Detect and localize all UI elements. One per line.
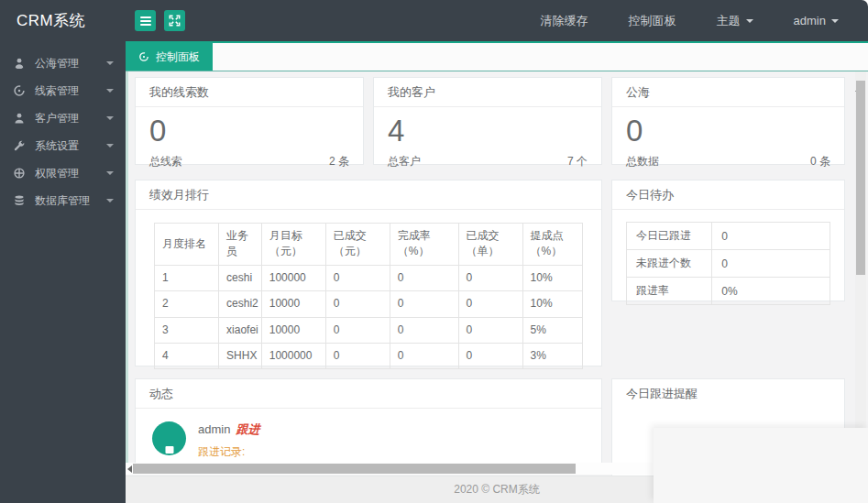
caret-down-icon [106,89,114,93]
table-cell: 4 [155,343,219,368]
tab-label: 控制面板 [156,49,200,65]
wrench-icon [12,138,27,153]
app-logo: CRM系统 [0,10,126,31]
caret-down-icon [106,199,114,202]
stat-metric: 7 个 [567,154,588,169]
stat-label: 总线索 [149,154,182,169]
sidebar-item-database[interactable]: 数据库管理 [0,187,126,214]
stat-card-public-sea: 公海 0 总数据 0 条 [611,77,845,165]
fullscreen-button[interactable] [164,10,185,31]
panel-title: 动态 [136,379,601,409]
table-cell: 0% [712,278,830,305]
theme-dropdown-label: 主题 [717,13,741,29]
column-header: 业务员 [219,224,262,266]
caret-down-icon [831,19,839,23]
caret-down-icon [106,144,114,148]
clear-cache-link[interactable]: 清除缓存 [541,13,588,29]
table-cell: 0 [390,317,458,343]
table-cell: SHHX [219,343,262,368]
user-dropdown[interactable]: admin [794,14,839,27]
panel-title: 绩效月排行 [136,180,601,210]
table-cell: 未跟进个数 [627,250,712,278]
content-edge-strip [126,71,128,464]
stat-label: 总客户 [388,154,421,169]
horizontal-scrollbar-thumb[interactable] [133,464,576,474]
scroll-left-icon[interactable] [127,465,132,473]
sidebar-item-label: 客户管理 [35,111,79,126]
table-cell: 0 [325,317,390,343]
table-cell: 0 [390,343,458,368]
table-cell: 0 [712,223,830,250]
table-cell: 10% [522,291,582,317]
table-cell: 2 [155,291,219,317]
table-cell: 0 [325,343,390,368]
table-cell: 1 [155,265,219,290]
column-header: 月度排名 [155,224,219,266]
caret-down-icon [106,116,114,120]
sidebar-item-customers[interactable]: 客户管理 [0,104,126,132]
sidebar-item-permissions[interactable]: 权限管理 [0,159,126,187]
tab-bar: 控制面板 [126,41,868,71]
tab-control-panel[interactable]: 控制面板 [126,43,213,71]
sidebar-item-leads[interactable]: 线索管理 [0,77,126,104]
dashboard-icon [138,51,149,62]
sidebar-item-label: 系统设置 [35,138,79,154]
table-row: 4SHHX10000000003% [155,343,583,368]
globe-icon [12,166,27,180]
todo-table: 今日已跟进0未跟进个数0跟进率0% [626,222,830,305]
compass-icon [12,83,27,98]
sidebar: 公海管理 线索管理 客户管理 系统设置 [0,41,126,503]
sidebar-toggle-button[interactable] [135,10,156,31]
table-cell: 0 [458,291,522,317]
table-row: 今日已跟进0 [627,223,830,250]
stat-value: 0 [136,107,363,148]
control-panel-link[interactable]: 控制面板 [629,13,676,29]
horizontal-scrollbar[interactable] [126,463,653,475]
sidebar-item-label: 权限管理 [35,166,79,181]
table-row: 未跟进个数0 [627,250,830,278]
caret-down-icon [106,171,114,175]
top-navbar: CRM系统 清除缓存 控制面板 主题 admin [0,0,868,41]
activity-record-label: 跟进记录: [198,444,355,460]
fullscreen-icon [169,15,181,27]
table-cell: 3 [155,317,219,343]
table-cell: 10000 [261,291,325,317]
table-cell: 3% [522,343,582,368]
sidebar-item-label: 线索管理 [35,83,79,99]
stat-card-customers: 我的客户 4 总客户 7 个 [373,77,602,165]
table-row: 2ceshi21000000010% [155,291,583,317]
activity-action-link[interactable]: 跟进 [236,422,259,436]
user-icon [12,111,27,126]
table-cell: 0 [712,250,830,278]
stat-value: 4 [374,107,601,148]
avatar [152,421,186,455]
activity-panel: 动态 admin跟进 跟进记录: 跟进时间：2021-07-07 16:46:1… [135,378,602,464]
table-cell: 1000000 [261,343,325,368]
table-cell: 0 [458,317,522,343]
card-title: 我的客户 [374,78,601,107]
sidebar-item-settings[interactable]: 系统设置 [0,132,126,159]
table-cell: 0 [325,265,390,290]
stat-label: 总数据 [626,154,659,169]
vertical-scrollbar[interactable] [855,71,866,428]
theme-dropdown[interactable]: 主题 [717,13,753,29]
table-cell: 0 [390,265,458,290]
card-title: 我的线索数 [136,78,363,107]
column-header: 完成率 （%） [390,224,458,266]
table-cell: 10% [522,265,582,290]
sidebar-item-public-sea[interactable]: 公海管理 [0,49,126,77]
crm-dashboard: CRM系统 清除缓存 控制面板 主题 admin [0,0,868,503]
user-bust-icon [12,56,27,71]
table-cell: xiaofei [219,317,262,343]
sidebar-item-label: 公海管理 [35,56,79,71]
menu-icon [140,16,151,26]
stat-metric: 2 条 [329,154,349,169]
table-cell: 今日已跟进 [627,223,712,250]
table-row: 跟进率0% [627,278,830,305]
activity-user: admin [198,422,230,436]
sidebar-item-label: 数据库管理 [35,193,90,209]
table-cell: 10000 [261,317,325,343]
vertical-scrollbar-thumb[interactable] [856,81,865,275]
stat-card-leads: 我的线索数 0 总线索 2 条 [135,77,364,165]
navbar-right: 清除缓存 控制面板 主题 admin [541,13,868,29]
